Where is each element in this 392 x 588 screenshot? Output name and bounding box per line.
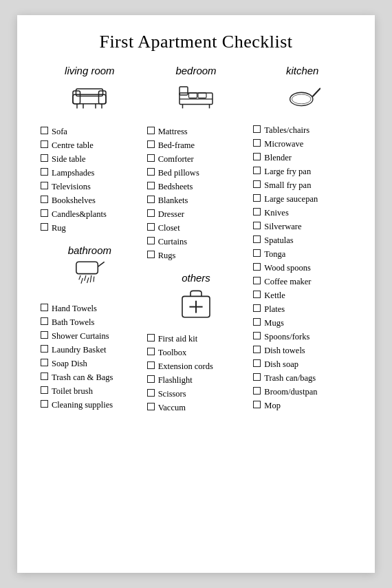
checkbox[interactable] xyxy=(147,237,155,244)
checkbox[interactable] xyxy=(253,263,261,271)
list-item[interactable]: Mugs xyxy=(253,316,351,330)
list-item[interactable]: Large saucepan xyxy=(253,192,351,206)
checkbox[interactable] xyxy=(41,168,48,176)
list-item[interactable]: Trash can/bags xyxy=(253,371,351,385)
list-item[interactable]: Shower Curtains xyxy=(41,329,139,343)
checkbox[interactable] xyxy=(253,387,261,395)
list-item[interactable]: Lampshades xyxy=(41,166,139,180)
list-item[interactable]: Toolbox xyxy=(147,346,246,359)
checkbox[interactable] xyxy=(147,251,155,258)
list-item[interactable]: First aid kit xyxy=(147,332,246,346)
list-item[interactable]: Rug xyxy=(41,221,139,235)
list-item[interactable]: Wood spoons xyxy=(253,261,351,275)
list-item[interactable]: Knives xyxy=(253,206,351,220)
list-item[interactable]: Flashlight xyxy=(147,373,246,387)
checkbox[interactable] xyxy=(147,127,155,134)
list-item[interactable]: Televisions xyxy=(41,180,139,193)
checkbox[interactable] xyxy=(253,222,261,229)
list-item[interactable]: Broom/dustpan xyxy=(253,385,351,399)
list-item[interactable]: Tonga xyxy=(253,247,351,261)
checkbox[interactable] xyxy=(253,125,261,133)
list-item[interactable]: Closet xyxy=(147,221,246,235)
checkbox[interactable] xyxy=(147,223,155,231)
checkbox[interactable] xyxy=(147,209,155,217)
list-item[interactable]: Tables/chairs xyxy=(253,123,351,137)
checkbox[interactable] xyxy=(253,153,261,160)
checkbox[interactable] xyxy=(41,182,48,189)
list-item[interactable]: Plates xyxy=(253,302,351,316)
list-item[interactable]: Microwave xyxy=(253,137,351,151)
list-item[interactable]: Mop xyxy=(253,399,351,412)
list-item[interactable]: Centre table xyxy=(41,138,139,152)
checkbox[interactable] xyxy=(41,209,48,217)
checkbox[interactable] xyxy=(41,372,48,380)
checkbox[interactable] xyxy=(253,208,261,216)
checkbox[interactable] xyxy=(147,334,155,342)
checkbox[interactable] xyxy=(147,182,155,189)
checkbox[interactable] xyxy=(253,180,261,188)
checkbox[interactable] xyxy=(253,318,261,326)
checkbox[interactable] xyxy=(41,223,48,231)
list-item[interactable]: Comforter xyxy=(147,152,246,166)
checkbox[interactable] xyxy=(41,359,48,366)
list-item[interactable]: Curtains xyxy=(147,235,246,249)
list-item[interactable]: Silverware xyxy=(253,220,351,233)
list-item[interactable]: Soap Dish xyxy=(41,357,139,370)
checkbox[interactable] xyxy=(41,400,48,408)
checkbox[interactable] xyxy=(253,235,261,243)
list-item[interactable]: Cleaning supplies xyxy=(41,398,139,412)
list-item[interactable]: Bath Towels xyxy=(41,315,139,329)
list-item[interactable]: Small fry pan xyxy=(253,178,351,192)
checkbox[interactable] xyxy=(253,304,261,312)
list-item[interactable]: Sofa xyxy=(41,125,139,138)
list-item[interactable]: Bed pillows xyxy=(147,166,246,180)
checkbox[interactable] xyxy=(253,249,261,257)
list-item[interactable]: Bedsheets xyxy=(147,180,246,193)
checkbox[interactable] xyxy=(41,154,48,162)
list-item[interactable]: Bookshelves xyxy=(41,193,139,207)
checkbox[interactable] xyxy=(41,140,48,148)
checkbox[interactable] xyxy=(41,127,48,134)
checkbox[interactable] xyxy=(253,277,261,284)
checkbox[interactable] xyxy=(147,361,155,369)
checkbox[interactable] xyxy=(41,196,48,203)
checkbox[interactable] xyxy=(253,167,261,174)
checkbox[interactable] xyxy=(41,304,48,311)
checkbox[interactable] xyxy=(253,401,261,408)
list-item[interactable]: Blender xyxy=(253,151,351,165)
checkbox[interactable] xyxy=(147,348,155,355)
list-item[interactable]: Blankets xyxy=(147,193,246,207)
checkbox[interactable] xyxy=(147,375,155,383)
checkbox[interactable] xyxy=(253,346,261,353)
checkbox[interactable] xyxy=(41,331,48,339)
checkbox[interactable] xyxy=(253,373,261,381)
checkbox[interactable] xyxy=(253,359,261,367)
checkbox[interactable] xyxy=(253,194,261,202)
checkbox[interactable] xyxy=(41,317,48,325)
checkbox[interactable] xyxy=(147,140,155,148)
checkbox[interactable] xyxy=(253,291,261,298)
list-item[interactable]: Scissors xyxy=(147,387,246,401)
list-item[interactable]: Bed-frame xyxy=(147,138,246,152)
checkbox[interactable] xyxy=(147,196,155,203)
checkbox[interactable] xyxy=(41,386,48,394)
list-item[interactable]: Rugs xyxy=(147,249,246,262)
list-item[interactable]: Side table xyxy=(41,152,139,166)
list-item[interactable]: Trash can & Bags xyxy=(41,370,139,384)
list-item[interactable]: Large fry pan xyxy=(253,165,351,178)
checkbox[interactable] xyxy=(147,168,155,176)
checkbox[interactable] xyxy=(147,154,155,162)
list-item[interactable]: Dresser xyxy=(147,207,246,221)
checkbox[interactable] xyxy=(41,345,48,353)
list-item[interactable]: Vaccum xyxy=(147,401,246,414)
list-item[interactable]: Kettle xyxy=(253,288,351,302)
list-item[interactable]: Toilet brush xyxy=(41,384,139,398)
list-item[interactable]: Hand Towels xyxy=(41,302,139,315)
list-item[interactable]: Laundry Basket xyxy=(41,343,139,357)
list-item[interactable]: Dish soap xyxy=(253,357,351,371)
checkbox[interactable] xyxy=(147,403,155,410)
list-item[interactable]: Spatulas xyxy=(253,233,351,247)
list-item[interactable]: Mattress xyxy=(147,125,246,138)
checkbox[interactable] xyxy=(253,139,261,147)
list-item[interactable]: Coffee maker xyxy=(253,275,351,288)
